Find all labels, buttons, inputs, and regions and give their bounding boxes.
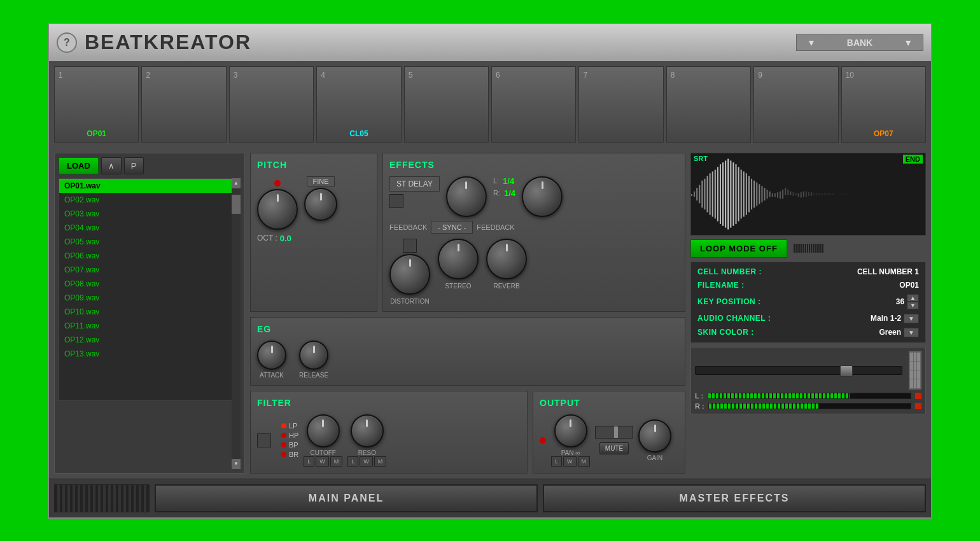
filter-bp[interactable]: BP — [281, 441, 298, 449]
st-delay-button[interactable]: ST DELAY — [389, 176, 440, 192]
pad-6[interactable]: 6 — [491, 66, 576, 143]
seq-btn-11[interactable] — [815, 244, 816, 253]
file-item-1[interactable]: OP02.wav — [59, 193, 240, 207]
pad-3[interactable]: 3 — [229, 66, 314, 143]
bank-dropdown[interactable]: ▼ BANK ▼ — [796, 34, 923, 51]
vu-r-row: R : — [695, 402, 921, 410]
seq-btn-0[interactable] — [794, 244, 795, 253]
seq-btn-6[interactable] — [805, 244, 806, 253]
pads-row: 1 OP01 2 3 4 CL05 5 6 7 8 — [49, 61, 931, 148]
audio-channel-arrow[interactable]: ▼ — [904, 314, 919, 323]
seq-btn-4[interactable] — [801, 244, 802, 253]
pan-m-btn[interactable]: M — [578, 456, 591, 467]
filter-br[interactable]: BR — [281, 451, 298, 458]
up-button[interactable]: ∧ — [101, 157, 122, 174]
audio-channel-dropdown[interactable]: Main 1-2 ▼ — [871, 314, 919, 323]
pad-9[interactable]: 9 — [753, 66, 838, 143]
attack-knob[interactable] — [257, 341, 286, 370]
file-item-8[interactable]: OP09.wav — [59, 291, 240, 305]
load-button[interactable]: LOAD — [59, 157, 99, 174]
sync-button[interactable]: - SYNC - — [431, 221, 473, 234]
pan-l-btn[interactable]: L — [551, 456, 562, 467]
seq-btn-2[interactable] — [797, 244, 799, 253]
file-item-0[interactable]: OP01.wav — [59, 179, 240, 193]
filter-hp[interactable]: HP — [281, 432, 298, 439]
file-item-10[interactable]: OP11.wav — [59, 319, 240, 333]
reso-m-btn[interactable]: M — [374, 456, 387, 467]
seq-btn-9[interactable] — [811, 244, 812, 253]
skin-color-arrow[interactable]: ▼ — [904, 328, 919, 337]
filter-toggle[interactable] — [257, 433, 271, 447]
seq-btn-5[interactable] — [803, 244, 804, 253]
seq-btn-12[interactable] — [816, 244, 818, 253]
seq-btn-14[interactable] — [820, 244, 822, 253]
pan-slider[interactable] — [595, 426, 633, 439]
file-item-3[interactable]: OP04.wav — [59, 221, 240, 235]
release-knob[interactable] — [299, 341, 328, 370]
pad-8[interactable]: 8 — [666, 66, 751, 143]
seq-btn-10[interactable] — [813, 244, 814, 253]
cutoff-m-btn[interactable]: M — [330, 456, 343, 467]
seq-btn-15[interactable] — [822, 244, 823, 253]
file-item-2[interactable]: OP03.wav — [59, 207, 240, 221]
pad-2[interactable]: 2 — [141, 66, 226, 143]
file-item-7[interactable]: OP08.wav — [59, 277, 240, 291]
reso-l-btn[interactable]: L — [347, 456, 358, 467]
main-panel-button[interactable]: MAIN PANEL — [155, 484, 538, 512]
scroll-up-btn[interactable]: ▲ — [232, 178, 241, 188]
pan-w-btn[interactable]: W — [563, 456, 577, 467]
stereo-knob[interactable] — [438, 239, 479, 279]
effects-toggle[interactable] — [389, 194, 403, 208]
file-item-12[interactable]: OP13.wav — [59, 347, 240, 361]
waveform-display: SRT END — [690, 153, 926, 235]
master-slider-thumb[interactable] — [840, 365, 853, 377]
cutoff-l-btn[interactable]: L — [304, 456, 314, 467]
scroll-down-btn[interactable]: ▼ — [232, 459, 241, 469]
file-scrollbar[interactable]: ▲ ▼ — [232, 178, 241, 469]
effects-toggle2[interactable] — [403, 239, 417, 253]
file-item-6[interactable]: OP07.wav — [59, 263, 240, 277]
seq-btn-1[interactable] — [795, 244, 797, 253]
file-item-11[interactable]: OP12.wav — [59, 333, 240, 347]
pan-knob[interactable] — [554, 414, 587, 447]
pitch-knob[interactable] — [257, 189, 298, 230]
file-item-5[interactable]: OP06.wav — [59, 249, 240, 263]
p-button[interactable]: P — [124, 157, 144, 174]
reverb-knob[interactable] — [486, 239, 527, 279]
effects-knob2[interactable] — [522, 176, 563, 217]
effects-main-knob[interactable] — [446, 176, 487, 217]
pad-1[interactable]: 1 OP01 — [54, 66, 139, 143]
fine-knob[interactable] — [304, 188, 337, 221]
distortion-knob[interactable] — [389, 254, 430, 295]
key-down-btn[interactable]: ▼ — [907, 302, 919, 309]
filter-lp[interactable]: LP — [281, 422, 298, 430]
skin-color-dropdown[interactable]: Green ▼ — [879, 328, 919, 337]
scroll-thumb[interactable] — [232, 195, 241, 214]
seq-btn-7[interactable] — [807, 244, 808, 253]
svg-rect-16 — [732, 162, 734, 226]
gain-knob[interactable] — [638, 419, 671, 453]
svg-rect-49 — [818, 193, 820, 195]
reso-knob[interactable] — [351, 414, 384, 447]
reso-w-btn[interactable]: W — [360, 456, 373, 467]
master-effects-button[interactable]: MASTER EFFECTS — [543, 484, 926, 512]
key-up-btn[interactable]: ▲ — [907, 294, 919, 302]
master-slider-track[interactable] — [695, 366, 902, 375]
help-icon[interactable]: ? — [57, 32, 77, 53]
mute-button[interactable]: MUTE — [599, 442, 629, 454]
seq-btn-3[interactable] — [799, 244, 801, 253]
cutoff-knob[interactable] — [307, 414, 340, 447]
file-item-9[interactable]: OP10.wav — [59, 305, 240, 319]
pad-4[interactable]: 4 CL05 — [316, 66, 401, 143]
svg-rect-35 — [782, 189, 783, 198]
cutoff-w-btn[interactable]: W — [316, 456, 329, 467]
loop-mode-button[interactable]: LOOP MODE OFF — [690, 239, 787, 258]
seq-btn-8[interactable] — [809, 244, 810, 253]
pad-10[interactable]: 10 OP07 — [841, 66, 926, 143]
pad-5[interactable]: 5 — [404, 66, 489, 143]
key-position-key: KEY POSITION : — [697, 297, 760, 306]
file-item-4[interactable]: OP05.wav — [59, 235, 240, 249]
bottom-vent — [54, 484, 150, 512]
seq-btn-13[interactable] — [818, 244, 820, 253]
pad-7[interactable]: 7 — [578, 66, 663, 143]
